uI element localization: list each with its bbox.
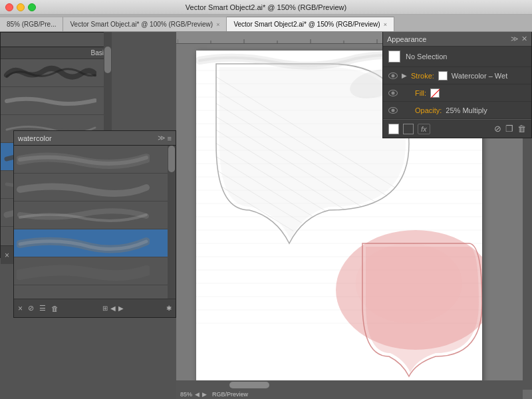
app-footer-swatch-dark[interactable] [403,124,414,134]
tab-1[interactable]: Vector Smart Object.ai* @ 100% (RGB/Prev… [63,17,227,31]
bottom-nav: ⊞ ◀ ▶ ✱ [102,305,172,312]
stroke-name: Watercolor – Wet [452,72,507,80]
stroke-row: ▶ Stroke: Watercolor – Wet [383,67,531,84]
no-sel-label: No Selection [406,53,447,61]
front-stroke-svg-3 [17,204,150,227]
stroke-eye-icon[interactable] [388,72,398,79]
canvas-area: 85% ◀ ▶ RGB/Preview Appearance ≫ ✕ No Se… [176,32,532,399]
opacity-eye-icon[interactable] [388,107,398,114]
app-footer-swatch-white[interactable] [388,124,399,134]
stroke-label: Stroke: [411,72,434,80]
appearance-title: Appearance [387,35,426,43]
status-bar: 85% ◀ ▶ RGB/Preview [176,390,523,399]
stroke-arrow-icon[interactable]: ▶ [402,72,407,79]
tab-2[interactable]: Vector Smart Object2.ai* @ 150% (RGB/Pre… [227,17,394,31]
nav-right-arrow[interactable]: ▶ [118,305,124,312]
front-footer-icon2[interactable]: ☰ [39,304,46,313]
nav-tools-icon[interactable]: ⊞ [102,305,108,312]
opacity-row: Opacity: 25% Multiply [383,102,531,119]
traffic-lights [5,3,36,11]
front-brush-item-1[interactable] [14,146,176,174]
title-bar: Vector Smart Object2.ai* @ 150% (RGB/Pre… [0,0,532,15]
nav-left-arrow[interactable]: ◀ [110,305,116,312]
appearance-expand-icon[interactable]: ≫ [511,35,519,43]
panel-expand-icon[interactable]: ≫ [158,134,166,142]
status-nav-left[interactable]: ◀ [195,391,200,398]
front-stroke-svg-5 [17,260,150,283]
front-brush-item-5[interactable] [14,257,176,285]
front-brush-item-3[interactable] [14,201,176,229]
tab-0[interactable]: 85% (RGB/Pre... [0,17,63,31]
stroke-swatch[interactable] [438,71,448,80]
app-copy-icon[interactable]: ❐ [505,124,513,134]
front-panel-header: watercolor ≫ ≡ [14,131,176,146]
no-sel-swatch [388,51,400,63]
appearance-menu-icon[interactable]: ✕ [521,35,527,43]
h-scroll-thumb [229,382,269,388]
status-color-mode: RGB/Preview [212,391,248,398]
fx-button[interactable]: fx [418,124,430,134]
front-footer-trash[interactable]: 🗑 [51,305,59,313]
nav-tool-icon2[interactable]: ✱ [166,305,172,312]
front-stroke-svg-1 [17,148,150,171]
h-scrollbar[interactable] [176,380,523,390]
fill-row: Fill: [383,84,531,102]
appearance-header: Appearance ≫ ✕ [383,32,531,47]
front-brush-item-4[interactable] [14,229,176,257]
front-brush-list[interactable] [14,146,176,299]
appearance-panel: Appearance ≫ ✕ No Selection ▶ Stroke: Wa… [382,32,532,138]
status-nav-right[interactable]: ▶ [202,391,207,398]
tab-close-2[interactable]: × [384,21,387,28]
tab-bar: 85% (RGB/Pre... Vector Smart Object.ai* … [0,15,532,32]
panel-controls: ≫ ≡ [158,134,172,142]
front-footer-icon1[interactable]: ⊘ [28,304,34,313]
window-title: Vector Smart Object2.ai* @ 150% (RGB/Pre… [186,3,346,11]
maximize-button[interactable] [28,3,36,11]
front-stroke-svg-4 [17,232,150,255]
back-stroke-svg-1 [3,62,96,84]
front-scroll-track[interactable] [168,146,176,299]
back-footer-delete[interactable]: × [5,251,9,260]
back-stroke-svg-2 [3,90,96,112]
front-panel-footer: × ⊘ ☰ 🗑 ⊞ ◀ ▶ ✱ [14,299,176,317]
appearance-footer: fx ⊘ ❐ 🗑 [383,119,531,138]
brushes-panel-front: watercolor ≫ ≡ [13,130,176,318]
opacity-value: 25% Multiply [446,106,487,114]
front-brush-item-2[interactable] [14,174,176,201]
back-brush-item-1[interactable] [1,59,111,87]
back-panel-header: ≡ [1,33,111,47]
fill-eye-icon[interactable] [388,90,398,96]
status-zoom: 85% [180,391,192,398]
close-button[interactable] [5,3,13,11]
back-scroll-thumb [104,47,111,73]
front-scroll-thumb [168,146,175,172]
main-area: ≡ Basic [0,32,532,399]
no-selection-row: No Selection [383,47,531,67]
tab-close-1[interactable]: × [216,21,219,28]
minimize-button[interactable] [17,3,25,11]
opacity-label: Opacity: [415,106,442,114]
appearance-controls: ≫ ✕ [511,35,527,43]
front-brush-content: × ⊘ ☰ 🗑 ⊞ ◀ ▶ ✱ [14,146,176,317]
left-panels: ≡ Basic [0,32,176,399]
brushes-panel-title: watercolor [18,134,52,142]
front-footer-delete[interactable]: × [18,304,23,313]
panel-menu-icon[interactable]: ≡ [168,134,172,142]
app-trash-icon[interactable]: 🗑 [517,124,526,134]
front-stroke-svg-2 [17,176,150,199]
back-brush-item-2[interactable] [1,87,111,115]
app-no-icon[interactable]: ⊘ [494,124,501,134]
fill-label: Fill: [415,89,426,97]
fill-swatch-x [431,88,440,97]
fill-swatch[interactable] [430,88,440,98]
